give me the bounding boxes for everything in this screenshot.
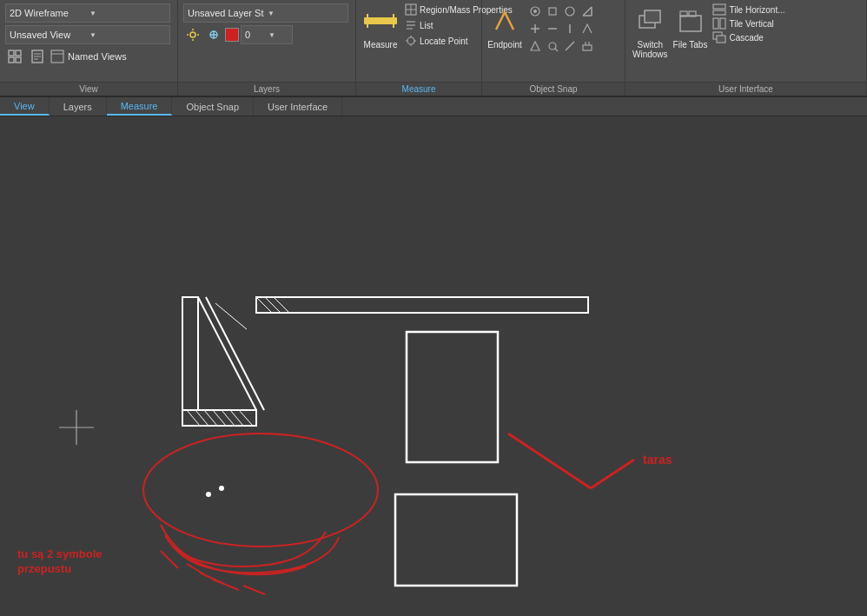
cascade-label: Cascade <box>729 33 763 43</box>
svg-rect-57 <box>720 18 725 29</box>
svg-point-27 <box>407 37 414 44</box>
named-views-button[interactable]: Named Views <box>50 50 127 63</box>
measure-panel-label: Measure <box>356 82 481 96</box>
layer-icon-sun[interactable] <box>183 25 202 44</box>
view-panel: 2D Wireframe ▼ Unsaved View ▼ Named View… <box>0 0 178 96</box>
locate-point-label: Locate Point <box>420 36 468 46</box>
named-views-label: Named Views <box>68 51 127 62</box>
layer-state-dropdown[interactable]: Unsaved Layer State ▼ <box>183 3 348 23</box>
tile-vert-label: Tile Vertical <box>729 19 773 29</box>
svg-rect-51 <box>680 16 701 31</box>
measure-button[interactable]: Measure <box>363 3 398 50</box>
svg-line-45 <box>566 42 574 50</box>
chevron-down-icon: ▼ <box>268 10 344 17</box>
svg-text:tu są 2 symbole: tu są 2 symbole <box>17 547 103 560</box>
svg-text:przepustu: przepustu <box>17 562 71 575</box>
tile-horiz-button[interactable]: Tile Horizont... <box>712 3 859 16</box>
view-icon-btn1[interactable] <box>5 47 24 66</box>
snap-icon-9[interactable] <box>527 38 543 54</box>
tab-view[interactable]: View <box>0 97 50 116</box>
cad-drawing: taras tu są 2 symbole przepustu <box>0 116 867 616</box>
svg-rect-59 <box>717 36 725 43</box>
tab-row: View Layers Measure Object Snap User Int… <box>0 97 867 116</box>
svg-point-91 <box>206 492 211 497</box>
saved-view-dropdown[interactable]: Unsaved View ▼ <box>5 25 170 44</box>
snap-icon-12[interactable] <box>579 38 595 54</box>
svg-rect-0 <box>9 50 14 56</box>
endpoint-button[interactable]: Endpoint <box>487 3 522 50</box>
layer-num-dropdown[interactable]: 0 ▼ <box>241 25 293 44</box>
list-label: List <box>420 21 434 30</box>
snap-icon-2[interactable] <box>545 3 560 19</box>
snap-icon-4[interactable] <box>579 3 595 19</box>
tab-measure[interactable]: Measure <box>107 97 173 116</box>
measure-icon <box>363 3 398 38</box>
switch-windows-button[interactable]: Switch Windows <box>632 3 668 59</box>
svg-text:taras: taras <box>643 453 672 467</box>
snap-icon-6[interactable] <box>545 21 560 36</box>
ui-panel-body: Switch Windows File Tabs Tile Horizont..… <box>625 0 866 82</box>
layer-color-swatch[interactable] <box>225 28 239 42</box>
svg-rect-34 <box>549 8 556 15</box>
ribbon: 2D Wireframe ▼ Unsaved View ▼ Named View… <box>0 0 867 97</box>
layers-panel-label: Layers <box>178 82 355 96</box>
endpoint-icon <box>487 3 522 38</box>
svg-rect-8 <box>51 50 63 63</box>
svg-rect-55 <box>713 10 725 15</box>
measure-panel-body: Measure Region/Mass Properties List Loca… <box>356 0 481 82</box>
tab-ui[interactable]: User Interface <box>254 97 342 116</box>
svg-rect-46 <box>583 45 592 50</box>
layer-icon-freeze[interactable] <box>204 25 223 44</box>
view-style-dropdown[interactable]: 2D Wireframe ▼ <box>5 3 170 23</box>
view-style-value: 2D Wireframe <box>10 8 86 18</box>
snap-icon-7[interactable] <box>562 21 578 36</box>
drawing-canvas: taras tu są 2 symbole przepustu <box>0 116 867 616</box>
view-panel-body: 2D Wireframe ▼ Unsaved View ▼ Named View… <box>0 0 177 82</box>
measure-panel: Measure Region/Mass Properties List Loca… <box>356 0 482 96</box>
snap-icon-5[interactable] <box>527 21 543 36</box>
svg-point-43 <box>549 43 556 50</box>
svg-rect-54 <box>713 4 725 9</box>
svg-rect-2 <box>9 57 14 63</box>
endpoint-label: Endpoint <box>487 40 521 50</box>
file-tabs-icon <box>675 3 706 38</box>
layer-num-value: 0 <box>245 30 265 40</box>
chevron-down-icon: ▼ <box>268 31 288 39</box>
tab-snap[interactable]: Object Snap <box>172 97 254 116</box>
svg-rect-50 <box>645 10 660 23</box>
snap-icon-10[interactable] <box>545 38 560 54</box>
svg-rect-1 <box>16 50 21 56</box>
ui-panel-label: User Interface <box>625 82 866 96</box>
svg-line-36 <box>583 7 592 16</box>
switch-windows-label: Switch Windows <box>632 40 668 59</box>
tile-vert-button[interactable]: Tile Vertical <box>712 17 859 30</box>
file-tabs-label: File Tabs <box>673 40 708 50</box>
svg-rect-56 <box>713 18 718 29</box>
snap-icon-1[interactable] <box>527 3 543 19</box>
snap-panel: Endpoint <box>482 0 625 96</box>
cascade-button[interactable]: Cascade <box>712 31 859 43</box>
svg-point-35 <box>566 7 574 16</box>
file-tabs-button[interactable]: File Tabs <box>673 3 708 50</box>
svg-rect-18 <box>364 17 397 24</box>
svg-point-92 <box>219 486 224 491</box>
snap-icon-8[interactable] <box>579 21 595 36</box>
snap-icon-3[interactable] <box>562 3 578 19</box>
chevron-down-icon: ▼ <box>89 31 166 39</box>
tab-layers[interactable]: Layers <box>50 97 107 116</box>
chevron-down-icon: ▼ <box>89 10 166 17</box>
layer-state-value: Unsaved Layer State <box>188 8 264 18</box>
layers-panel: Unsaved Layer State ▼ 0 ▼ Layers <box>178 0 356 96</box>
svg-rect-60 <box>0 116 867 616</box>
saved-view-value: Unsaved View <box>10 30 86 40</box>
switch-windows-icon <box>634 3 665 38</box>
snap-icon-11[interactable] <box>562 38 578 54</box>
svg-point-10 <box>190 32 195 37</box>
measure-label: Measure <box>364 40 398 50</box>
svg-point-33 <box>533 10 537 13</box>
snap-panel-body: Endpoint <box>482 0 625 82</box>
tile-horiz-label: Tile Horizont... <box>729 5 784 15</box>
view-panel-label: View <box>0 82 177 96</box>
svg-rect-3 <box>16 57 21 63</box>
view-icon-btn2[interactable] <box>28 47 47 66</box>
